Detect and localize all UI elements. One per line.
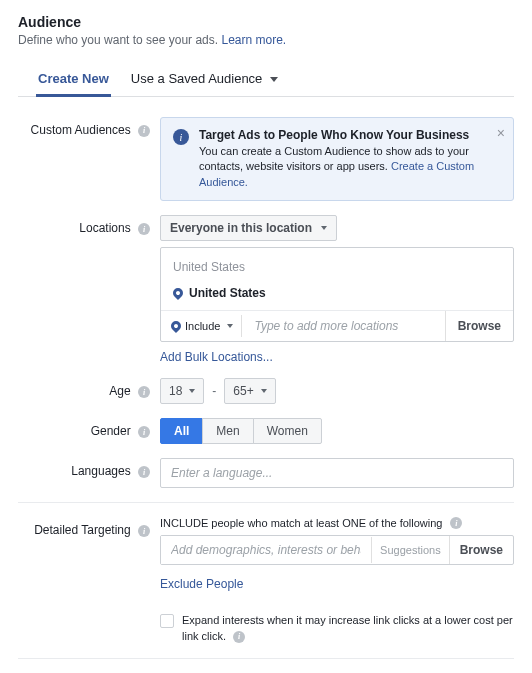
custom-audience-callout: i Target Ads to People Who Know Your Bus… bbox=[160, 117, 514, 201]
chevron-down-icon bbox=[261, 389, 267, 393]
info-icon: i bbox=[173, 129, 189, 145]
label-locations: Locations i bbox=[18, 215, 160, 235]
label-gender: Gender i bbox=[18, 418, 160, 438]
gender-all-button[interactable]: All bbox=[160, 418, 203, 444]
chevron-down-icon bbox=[270, 77, 278, 82]
age-max-dropdown[interactable]: 65+ bbox=[224, 378, 275, 404]
info-icon[interactable]: i bbox=[138, 525, 150, 537]
age-min-dropdown[interactable]: 18 bbox=[160, 378, 204, 404]
chevron-down-icon bbox=[189, 389, 195, 393]
info-icon[interactable]: i bbox=[138, 125, 150, 137]
locations-box: United States United States Include bbox=[160, 247, 514, 342]
info-icon[interactable]: i bbox=[138, 466, 150, 478]
tab-create-new[interactable]: Create New bbox=[36, 63, 111, 96]
label-detailed-targeting: Detailed Targeting i bbox=[18, 517, 160, 537]
label-custom-audiences: Custom Audiences i bbox=[18, 117, 160, 137]
location-input[interactable] bbox=[248, 311, 444, 341]
info-icon[interactable]: i bbox=[233, 631, 245, 643]
close-icon[interactable]: × bbox=[497, 126, 505, 140]
location-item[interactable]: United States bbox=[161, 280, 513, 310]
info-icon[interactable]: i bbox=[138, 386, 150, 398]
targeting-input[interactable] bbox=[161, 536, 371, 564]
include-dropdown[interactable]: Include bbox=[161, 312, 241, 340]
languages-input[interactable] bbox=[160, 458, 514, 488]
gender-men-button[interactable]: Men bbox=[202, 418, 253, 444]
info-icon[interactable]: i bbox=[138, 223, 150, 235]
add-bulk-locations-link[interactable]: Add Bulk Locations... bbox=[160, 350, 273, 364]
gender-toggle: All Men Women bbox=[160, 418, 514, 444]
chevron-down-icon bbox=[227, 324, 233, 328]
browse-targeting-button[interactable]: Browse bbox=[449, 536, 513, 564]
chevron-down-icon bbox=[321, 226, 327, 230]
include-heading: INCLUDE people who match at least ONE of… bbox=[160, 517, 514, 529]
pin-icon bbox=[171, 286, 185, 300]
location-scope-dropdown[interactable]: Everyone in this location bbox=[160, 215, 337, 241]
page-subtitle: Define who you want to see your ads. Lea… bbox=[18, 33, 514, 47]
info-icon[interactable]: i bbox=[450, 517, 462, 529]
expand-interests-checkbox[interactable] bbox=[160, 614, 174, 628]
label-age: Age i bbox=[18, 378, 160, 398]
info-icon[interactable]: i bbox=[138, 426, 150, 438]
label-languages: Languages i bbox=[18, 458, 160, 478]
learn-more-link[interactable]: Learn more. bbox=[221, 33, 286, 47]
browse-locations-button[interactable]: Browse bbox=[445, 311, 513, 341]
gender-women-button[interactable]: Women bbox=[253, 418, 322, 444]
expand-interests-label: Expand interests when it may increase li… bbox=[182, 613, 514, 644]
exclude-people-link[interactable]: Exclude People bbox=[160, 577, 243, 591]
tab-bar: Create New Use a Saved Audience bbox=[18, 63, 514, 97]
pin-icon bbox=[169, 319, 183, 333]
page-title: Audience bbox=[18, 14, 514, 30]
tab-saved-audience[interactable]: Use a Saved Audience bbox=[129, 63, 280, 96]
suggestions-button[interactable]: Suggestions bbox=[371, 537, 449, 563]
